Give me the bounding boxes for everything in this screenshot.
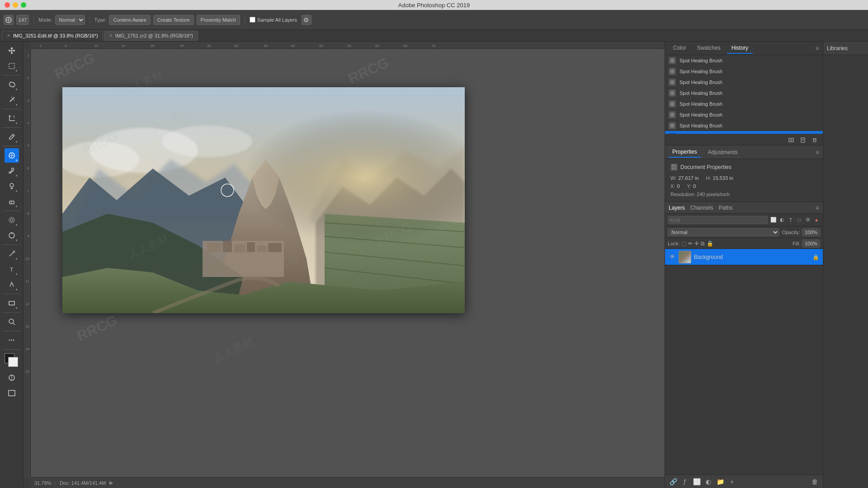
layers-tab-paths[interactable]: Paths — [719, 205, 733, 211]
minimize-button[interactable] — [13, 2, 18, 8]
filter-adjustment-icon[interactable]: ◐ — [778, 216, 786, 224]
width-label: W: — [670, 175, 676, 181]
layers-tab-channels[interactable]: Channels — [690, 205, 713, 211]
layers-collapse-btn[interactable]: ≡ — [816, 204, 819, 211]
doc-properties-label: Document Properties — [680, 164, 731, 170]
add-mask-button[interactable]: ⬜ — [692, 477, 701, 486]
link-layers-button[interactable]: 🔗 — [669, 477, 678, 486]
filter-color-icon[interactable]: ● — [813, 216, 820, 224]
history-item-5[interactable]: Spot Healing Brush — [665, 99, 823, 109]
lasso-tool[interactable]: ▼ — [5, 77, 19, 92]
layers-panel: Layers Channels Paths ≡ ⬜ ◐ T □ ⚙ ● Norm… — [665, 202, 823, 488]
clone-stamp-tool[interactable]: ▼ — [5, 179, 19, 193]
document-tabs: ✕ IMG_3251-Edit.tif @ 33.8% (RGB/16*) ✕ … — [0, 30, 868, 42]
tab-1-close[interactable]: ✕ — [7, 33, 10, 38]
zoom-tool[interactable] — [5, 314, 19, 329]
path-selection-tool[interactable]: ▼ — [5, 277, 19, 292]
canvas-document[interactable]: RRCG 人人素材 RRCG 人人素材 RRCG 人人素材 RRCG — [62, 87, 465, 313]
layer-thumbnail — [679, 251, 691, 263]
opacity-input[interactable] — [802, 228, 820, 236]
history-item-3[interactable]: Spot Healing Brush — [665, 77, 823, 88]
lock-all-icon[interactable]: 🔒 — [707, 240, 713, 247]
delete-layer-button[interactable]: 🗑 — [810, 477, 819, 486]
tab-2-label: IMG_1751.cr2 @ 31.8% (RGB/16*) — [115, 33, 193, 38]
filter-shape-icon[interactable]: □ — [796, 216, 803, 224]
filter-pixel-icon[interactable]: ⬜ — [770, 216, 777, 224]
doc-size: Doc: 141.4M/141.4M — [60, 480, 106, 486]
layers-tab-layers[interactable]: Layers — [669, 205, 685, 211]
sample-all-layers-input[interactable] — [250, 17, 255, 23]
delete-state-button[interactable] — [810, 136, 819, 145]
maximize-button[interactable] — [21, 2, 26, 8]
extras-tool[interactable]: ··· — [5, 333, 19, 347]
blend-mode-select[interactable]: Normal — [668, 228, 779, 236]
lock-artboard-icon[interactable]: ⧉ — [701, 240, 705, 247]
tool-sep-1 — [2, 75, 21, 75]
type-tool[interactable]: T ▼ — [5, 262, 19, 277]
lock-checkerboard-icon[interactable]: ⬚ — [681, 240, 686, 247]
mode-select[interactable]: Normal — [55, 15, 85, 25]
zoom-level: 31.79% — [34, 480, 51, 486]
filter-smart-icon[interactable]: ⚙ — [804, 216, 811, 224]
panel-collapse-btn[interactable]: ≡ — [816, 45, 819, 52]
props-tab-properties[interactable]: Properties — [669, 147, 701, 158]
history-item-7[interactable]: Spot Healing Brush — [665, 120, 823, 131]
tab-swatches[interactable]: Swatches — [693, 43, 725, 54]
history-item-2[interactable]: Spot Healing Brush — [665, 66, 823, 77]
layer-visibility-icon[interactable]: 👁 — [669, 253, 676, 261]
libraries-panel: Libraries — [823, 42, 868, 488]
sample-all-layers-checkbox[interactable]: Sample All Layers — [250, 17, 297, 23]
add-group-button[interactable]: 📁 — [716, 477, 725, 486]
tab-1[interactable]: ✕ IMG_3251-Edit.tif @ 33.8% (RGB/16*) — [2, 31, 103, 41]
eyedropper-tool[interactable]: ▼ — [5, 130, 19, 144]
magic-wand-tool[interactable]: ▼ — [5, 93, 19, 107]
add-adjustment-button[interactable]: ◐ — [704, 477, 713, 486]
marquee-tool[interactable]: ▼ — [5, 59, 19, 73]
dodge-tool[interactable]: ▼ — [5, 228, 19, 243]
healing-brush-tool-btn[interactable]: ▼ — [5, 148, 19, 163]
separator-2 — [90, 15, 90, 25]
create-texture-button[interactable]: Create Texture — [153, 15, 194, 25]
fill-input[interactable] — [802, 239, 820, 248]
move-tool[interactable] — [5, 43, 19, 58]
tab-history[interactable]: History — [727, 43, 753, 54]
brush-size-icon[interactable]: 147 — [16, 15, 29, 25]
blur-tool[interactable]: ▼ — [5, 213, 19, 227]
tab-2-close[interactable]: ✕ — [109, 33, 113, 38]
lock-move-icon[interactable]: ✛ — [694, 240, 699, 247]
lock-brush-icon[interactable]: ✏ — [688, 240, 693, 247]
history-item-6[interactable]: Spot Healing Brush — [665, 109, 823, 120]
status-sep: | — [55, 480, 56, 486]
healing-brush-tool-icon[interactable] — [4, 15, 14, 25]
screen-mode-tool[interactable] — [5, 386, 19, 400]
shape-tool[interactable]: ▼ — [5, 296, 19, 310]
layer-row-background[interactable]: 👁 Background 🔒 — [665, 249, 823, 265]
brush-preset-icon[interactable]: ⚙ — [302, 15, 311, 25]
pen-tool[interactable]: ▼ — [5, 247, 19, 261]
y-label: Y: — [687, 183, 692, 189]
layers-search-input[interactable] — [668, 216, 768, 224]
new-snapshot-button[interactable] — [787, 136, 796, 145]
props-tab-adjustments[interactable]: Adjustments — [704, 147, 741, 157]
add-layer-button[interactable]: + — [727, 477, 736, 486]
create-document-button[interactable] — [798, 136, 807, 145]
props-collapse-btn[interactable]: ≡ — [816, 149, 819, 156]
filter-type-icon[interactable]: T — [787, 216, 794, 224]
brush-tool[interactable]: ▼ — [5, 164, 19, 178]
quick-mask-tool[interactable] — [5, 371, 19, 385]
history-item-1[interactable]: Spot Healing Brush — [665, 55, 823, 66]
status-arrow[interactable]: ▶ — [109, 480, 113, 486]
color-swatches[interactable] — [5, 353, 19, 368]
add-style-button[interactable]: ƒ — [680, 477, 689, 486]
close-button[interactable] — [5, 2, 10, 8]
tab-2[interactable]: ✕ IMG_1751.cr2 @ 31.8% (RGB/16*) — [104, 31, 198, 41]
eraser-tool[interactable]: ▼ — [5, 194, 19, 209]
history-item-4[interactable]: Spot Healing Brush — [665, 88, 823, 99]
width-height-row: W: 27.617 in H: 15.533 in — [670, 175, 817, 181]
crop-tool[interactable]: ▼ — [5, 111, 19, 126]
content-aware-button[interactable]: Content-Aware — [109, 15, 150, 25]
doc-properties-section: Document Properties — [670, 164, 817, 171]
tab-color[interactable]: Color — [669, 43, 691, 54]
window-controls[interactable] — [5, 2, 26, 8]
proximity-match-button[interactable]: Proximity Match — [197, 15, 240, 25]
